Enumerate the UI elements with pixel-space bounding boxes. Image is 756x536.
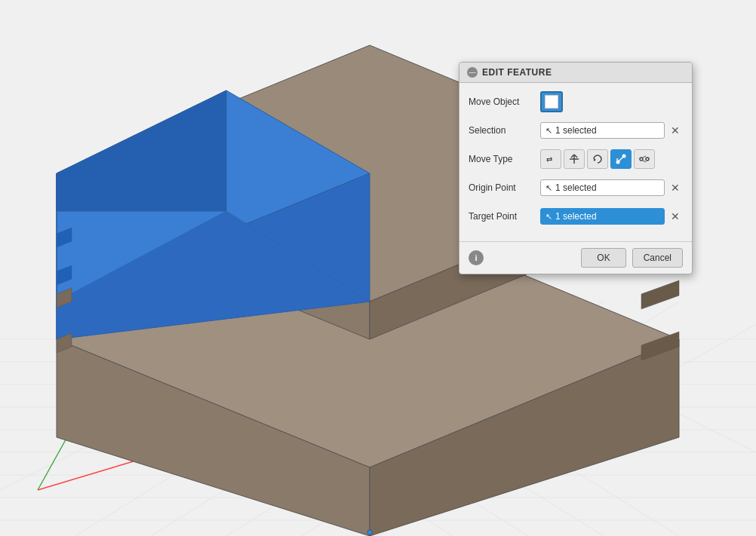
info-button[interactable]: i [469, 250, 484, 265]
svg-marker-36 [641, 280, 679, 309]
target-point-value: 1 selected [555, 211, 597, 222]
move-type-row: Move Type ⇄ [469, 148, 683, 170]
target-point-row: Target Point ↖ 1 selected ✕ [469, 205, 683, 228]
move-type-btn-1[interactable] [564, 149, 585, 169]
selection-clear-button[interactable]: ✕ [668, 123, 683, 138]
other-move-icon [638, 153, 650, 165]
move-object-control [540, 91, 683, 112]
selection-value: 1 selected [555, 125, 597, 136]
dialog-title-icon: — [467, 67, 478, 78]
svg-text:⇄: ⇄ [546, 155, 552, 164]
move-type-btn-0[interactable]: ⇄ [540, 149, 561, 169]
move-object-icon [545, 95, 558, 109]
cursor-icon: ↖ [545, 126, 552, 136]
origin-cursor-icon: ↖ [545, 183, 552, 193]
svg-line-53 [643, 156, 646, 158]
selection-row: Selection ↖ 1 selected ✕ [469, 119, 683, 142]
move-type-label: Move Type [469, 154, 540, 164]
move-type-btn-3[interactable]: ↖ [610, 149, 632, 169]
selection-label: Selection [469, 125, 540, 136]
origin-point-control: ↖ 1 selected ✕ [540, 179, 683, 196]
svg-point-39 [367, 530, 372, 534]
move-object-button[interactable] [540, 91, 563, 112]
target-point-label: Target Point [469, 211, 540, 222]
target-point-control: ↖ 1 selected ✕ [540, 208, 683, 225]
selection-field[interactable]: ↖ 1 selected [540, 122, 665, 139]
target-cursor-icon: ↖ [545, 212, 552, 222]
move-xyz-icon: ⇄ [545, 153, 557, 165]
move-type-btn-4[interactable] [634, 149, 655, 169]
target-point-clear-button[interactable]: ✕ [668, 209, 683, 224]
target-point-field[interactable]: ↖ 1 selected [540, 208, 665, 225]
move-type-btn-2[interactable] [587, 149, 608, 169]
move-object-label: Move Object [469, 96, 540, 107]
origin-point-row: Origin Point ↖ 1 selected ✕ [469, 176, 683, 199]
origin-point-field[interactable]: ↖ 1 selected [540, 179, 665, 196]
move-type-control: ⇄ [540, 149, 683, 169]
selection-control: ↖ 1 selected ✕ [540, 122, 683, 139]
dialog-body: Move Object Selection ↖ 1 selected ✕ Mov… [459, 83, 692, 241]
origin-point-value: 1 selected [555, 182, 597, 193]
dialog-footer: i OK Cancel [459, 241, 692, 274]
rotate-icon [592, 153, 604, 165]
svg-line-54 [643, 161, 646, 162]
svg-text:↖: ↖ [616, 157, 621, 164]
ok-button[interactable]: OK [581, 248, 625, 268]
svg-marker-46 [594, 158, 596, 161]
edit-feature-dialog: — EDIT FEATURE Move Object Selection ↖ 1… [459, 62, 693, 274]
svg-point-51 [640, 158, 643, 161]
point-to-point-icon: ↖ [615, 153, 627, 165]
svg-marker-30 [57, 90, 226, 211]
move-xy-icon [568, 153, 580, 165]
cancel-button[interactable]: Cancel [632, 248, 683, 268]
svg-point-52 [646, 158, 649, 161]
move-object-row: Move Object [469, 90, 683, 113]
origin-point-clear-button[interactable]: ✕ [668, 180, 683, 195]
origin-point-label: Origin Point [469, 182, 540, 193]
dialog-titlebar: — EDIT FEATURE [459, 63, 692, 83]
dialog-title: EDIT FEATURE [482, 67, 552, 78]
